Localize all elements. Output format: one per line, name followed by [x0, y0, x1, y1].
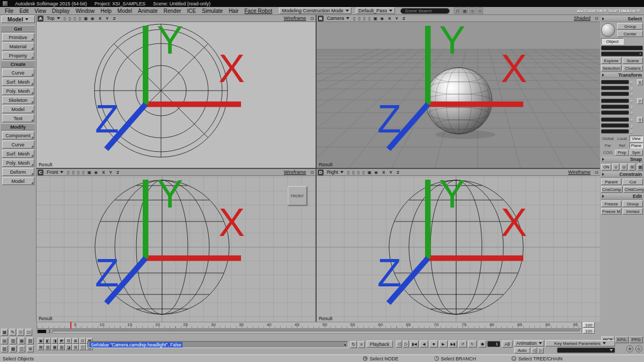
tool-button[interactable]: Deform — [2, 168, 34, 176]
tool-button[interactable]: Poly. Mesh — [2, 87, 34, 95]
translate-mode-button[interactable]: t — [637, 117, 643, 123]
transport-button[interactable]: ■ — [429, 341, 438, 348]
tool-tray-icon[interactable]: ▥ — [45, 344, 51, 350]
animation-menu-button[interactable]: Animation — [514, 340, 544, 346]
step-button[interactable]: ▷ — [403, 341, 409, 348]
menubar-icon[interactable]: ▦ — [462, 8, 468, 14]
tool-button[interactable]: Model — [2, 177, 34, 185]
tool-tray-icon[interactable]: ✎ — [9, 329, 16, 336]
selection-filter-strip[interactable] — [601, 46, 643, 50]
tab-kpl[interactable]: KP/L — [615, 336, 628, 343]
auto-key-toggle[interactable]: Auto — [514, 348, 530, 353]
tool-tray-icon[interactable]: ◫ — [18, 345, 25, 352]
toolbar-mode-menu[interactable]: Model — [1, 16, 35, 23]
tool-button[interactable]: Curve — [2, 69, 34, 77]
tool-tray-icon[interactable]: ◨ — [52, 338, 58, 344]
tool-tray-icon[interactable]: ◩ — [58, 338, 65, 344]
translate-field[interactable] — [601, 117, 629, 122]
explore-button[interactable]: Explore — [601, 57, 621, 64]
menu-item[interactable]: Display — [49, 8, 72, 14]
tab-ppg[interactable]: PPG — [630, 336, 643, 343]
snap-mode-icon[interactable]: ◎ — [620, 164, 627, 171]
snap-mode-icon[interactable]: ⊞ — [628, 164, 635, 171]
transport-button[interactable]: ◀ — [420, 341, 428, 348]
selection-tool-icon[interactable] — [601, 23, 615, 37]
snap-on-toggle[interactable]: ON — [601, 164, 611, 171]
menu-item[interactable]: Face Robot — [241, 8, 275, 14]
menu-item[interactable]: File — [2, 8, 16, 14]
end-frame-box[interactable]: 100 — [583, 322, 595, 328]
keyframe-icon[interactable]: ◆ — [479, 341, 486, 348]
playback-menu-button[interactable]: Playback — [367, 341, 393, 348]
range-slider[interactable] — [53, 330, 581, 333]
current-frame-field[interactable]: 1 — [487, 341, 500, 347]
playhead[interactable] — [70, 322, 71, 329]
timeline-ruler[interactable]: 5101520253035404550556065707580859095 — [36, 322, 582, 329]
tool-tray-icon[interactable]: ▦ — [52, 344, 58, 350]
transport-button[interactable]: ▶ — [439, 341, 448, 348]
rotate-field[interactable] — [601, 105, 629, 109]
tool-button[interactable]: Text — [2, 114, 34, 122]
tool-tray-icon[interactable]: ▤ — [38, 344, 44, 350]
menu-item[interactable]: Model — [115, 8, 135, 14]
menu-item[interactable]: Edit — [17, 8, 31, 14]
center-button[interactable]: Center — [617, 31, 643, 37]
script-command-line[interactable]: SetValue "Camera.camdisp.headlight", Fal… — [87, 341, 348, 348]
par-mode-button[interactable]: Par — [601, 143, 614, 149]
transport-button[interactable]: ▮◀ — [410, 341, 419, 348]
tool-tray-icon[interactable]: ▧ — [27, 337, 34, 344]
prop-button[interactable]: Prop — [615, 150, 628, 156]
rotate-mode-button[interactable]: r — [637, 98, 643, 104]
local-mode-button[interactable]: Local — [615, 136, 628, 142]
tool-tray-icon[interactable]: ▭ — [25, 329, 32, 336]
transport-button[interactable]: ↻ — [468, 341, 477, 348]
object-filter-button[interactable]: Object — [601, 38, 624, 45]
all-button[interactable]: All — [502, 341, 513, 348]
menubar-icon[interactable]: ⊡ — [454, 8, 460, 14]
tool-button[interactable]: Surf. Mesh — [2, 150, 34, 158]
immed-button[interactable]: Immed — [623, 208, 643, 215]
tool-tray-icon[interactable]: ▤ — [1, 337, 8, 344]
key-marked-parameters-button[interactable]: Key Marked Parameters — [545, 340, 615, 346]
range-handle[interactable] — [38, 330, 46, 333]
tool-tray-icon[interactable]: ⊞ — [27, 345, 34, 352]
step-button[interactable]: ◁ — [396, 341, 402, 348]
scale-field[interactable] — [601, 92, 629, 96]
tool-tray-icon[interactable]: ◇ — [17, 329, 24, 336]
cog-button[interactable]: COG — [601, 150, 614, 156]
ref-mode-button[interactable]: Ref — [615, 143, 628, 149]
rotate-field[interactable] — [601, 99, 629, 103]
scene-button[interactable]: Scene — [623, 57, 643, 64]
transport-button[interactable]: ▶▮ — [449, 341, 457, 348]
viewport-canvas-camera[interactable]: X Y Z Result — [317, 22, 600, 168]
range-end-box[interactable]: 100 — [583, 328, 595, 334]
tool-tray-icon[interactable]: ▨ — [1, 345, 8, 352]
tool-button[interactable]: Component — [2, 131, 34, 139]
tool-tray-icon[interactable]: ⊞ — [72, 344, 79, 350]
menu-item[interactable]: Help — [98, 8, 114, 14]
menu-item[interactable]: Simulate — [199, 8, 225, 14]
tool-tray-icon[interactable]: ▦ — [1, 329, 8, 336]
sym-button[interactable]: Sym — [630, 150, 643, 156]
pick-icon[interactable]: ◎ — [635, 345, 642, 352]
tool-button[interactable]: Surf. Mesh — [2, 78, 34, 86]
tool-button[interactable]: Property — [2, 51, 34, 60]
timeline-range-bar[interactable]: 1 — [36, 329, 582, 334]
construction-mode-select[interactable]: Modeling Construction Mode — [279, 8, 352, 14]
scale-field[interactable] — [601, 86, 629, 90]
menubar-icon[interactable]: ◎ — [469, 8, 475, 14]
parameter-dropdown[interactable] — [557, 348, 615, 353]
view-mode-button[interactable]: View — [630, 136, 643, 142]
rotate-field[interactable] — [601, 110, 629, 115]
scale-field[interactable] — [601, 80, 629, 84]
freeze-m-button[interactable]: Freeze M — [601, 208, 621, 215]
tool-button[interactable]: Curve — [2, 141, 34, 149]
refresh-icon[interactable]: ↻ — [350, 341, 357, 348]
tool-tray-icon[interactable]: ◧ — [45, 338, 51, 344]
scale-mode-button[interactable]: s — [637, 79, 643, 85]
tool-tray-icon[interactable]: ⊠ — [72, 338, 79, 344]
transport-button[interactable]: ↺ — [458, 341, 467, 348]
tool-button[interactable]: Skeleton — [2, 96, 34, 104]
snap-mode-icon[interactable]: ∪ — [612, 164, 619, 171]
viewport-canvas-front[interactable]: FRONT X Y Z Result — [36, 176, 316, 322]
